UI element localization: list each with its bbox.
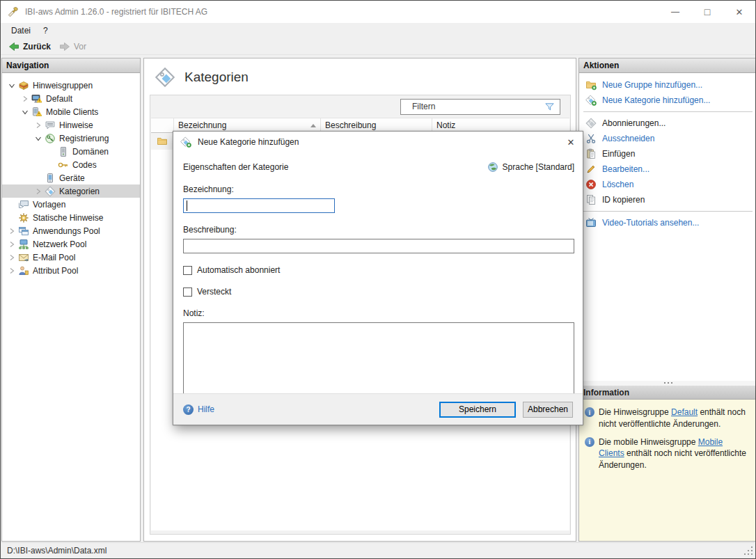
save-button[interactable]: Speichern (439, 402, 516, 418)
column-header-icon[interactable] (151, 118, 174, 132)
hidden-checkbox[interactable] (183, 288, 192, 297)
folder-add-icon (585, 79, 597, 90)
nav-item-attribut-pool[interactable]: Attribut Pool (2, 264, 140, 277)
dialog-body: Eigenschaften der Kategorie Sprache [Sta… (173, 152, 583, 393)
nav-item-domaenen[interactable]: Domänen (2, 145, 140, 158)
dialog-title-bar: Neue Kategorie hinzufügen ✕ (173, 132, 583, 152)
title-bar: IBI-aws Admin 1.26.0 - registriert für I… (1, 1, 755, 23)
nav-item-mobile-clients[interactable]: Mobile Clients (2, 105, 140, 118)
server-icon (58, 146, 69, 157)
language-button[interactable]: Sprache [Standard] (487, 162, 574, 173)
tag-add-icon (585, 95, 597, 106)
pencil-icon (585, 164, 597, 175)
nav-item-geraete[interactable]: Geräte (2, 171, 140, 184)
menu-help[interactable]: ? (37, 24, 54, 37)
navigation-panel: Navigation Hinweisgruppen Default Mobile… (1, 58, 141, 542)
separator (583, 111, 753, 112)
nav-item-vorlagen[interactable]: Vorlagen (2, 198, 140, 211)
chevron-expanded-icon[interactable] (32, 133, 45, 144)
column-header-bezeichnung[interactable]: Bezeichnung (174, 118, 321, 132)
help-icon: ? (183, 404, 194, 415)
auto-subscribed-checkbox[interactable] (183, 266, 192, 275)
folder-icon (157, 136, 168, 147)
action-loeschen[interactable]: Löschen (579, 177, 755, 192)
nav-item-statische-hinweise[interactable]: Statische Hinweise (2, 211, 140, 224)
chevron-collapsed-icon[interactable] (32, 120, 45, 131)
nav-item-anwendungs-pool[interactable]: Anwendungs Pool (2, 224, 140, 237)
person-attribute-icon (18, 265, 29, 276)
nav-item-kategorien[interactable]: Kategorien (2, 184, 140, 198)
action-neue-kategorie[interactable]: Neue Kategorie hinzufügen... (579, 93, 755, 108)
copy-pages-icon (585, 194, 597, 205)
splitter-dots-icon (668, 382, 669, 384)
resize-grip-icon[interactable] (743, 546, 753, 555)
nav-item-default[interactable]: Default (2, 92, 140, 105)
column-header-notiz[interactable]: Notiz (432, 118, 569, 132)
maximize-button[interactable]: □ (691, 1, 723, 23)
nav-item-codes[interactable]: Codes (2, 158, 140, 171)
scissors-icon (585, 133, 597, 144)
help-link[interactable]: ? Hilfe (183, 404, 214, 415)
info-item-default: i Die Hinweisgruppe Default enthält noch… (585, 407, 750, 430)
forward-button[interactable]: Vor (55, 40, 90, 53)
action-id-kopieren[interactable]: ID kopieren (579, 192, 755, 207)
bezeichnung-label: Bezeichnung: (183, 184, 574, 194)
tag-icon (45, 186, 56, 197)
action-abonnierungen[interactable]: Abonnierungen... (579, 116, 755, 131)
column-header-beschreibung[interactable]: Beschreibung (321, 118, 432, 132)
chevron-collapsed-icon[interactable] (6, 265, 18, 276)
chevron-expanded-icon[interactable] (6, 80, 18, 91)
information-list: i Die Hinweisgruppe Default enthält noch… (579, 400, 755, 541)
back-button[interactable]: Zurück (4, 40, 55, 53)
minimize-button[interactable]: — (659, 1, 691, 23)
cancel-button[interactable]: Abbrechen (523, 402, 573, 418)
chevron-expanded-icon[interactable] (19, 107, 31, 118)
action-bearbeiten[interactable]: Bearbeiten... (579, 162, 755, 177)
key-icon (58, 159, 69, 171)
panel-splitter[interactable] (579, 381, 755, 386)
close-button[interactable]: ✕ (723, 1, 755, 23)
app-icon (7, 6, 19, 18)
link-default[interactable]: Default (671, 407, 698, 417)
text-caret (187, 200, 187, 211)
filter-input[interactable] (401, 100, 544, 113)
notice-groups-box-icon (18, 80, 29, 91)
nav-item-registrierung[interactable]: Registrierung (2, 132, 140, 145)
nav-item-hinweisgruppen[interactable]: Hinweisgruppen (2, 79, 140, 92)
monitor-warning-icon (31, 93, 42, 104)
dialog-footer: ? Hilfe Speichern Abbrechen (173, 393, 583, 425)
globe-icon (487, 162, 498, 173)
window-title: IBI-aws Admin 1.26.0 - registriert für I… (25, 7, 207, 17)
chevron-collapsed-icon[interactable] (6, 239, 18, 250)
dialog-close-button[interactable]: ✕ (559, 132, 583, 152)
nav-item-netzwerk-pool[interactable]: Netzwerk Pool (2, 237, 140, 251)
status-bar: D:\IBI-aws\Admin\Data.xml (1, 542, 755, 558)
beschreibung-input[interactable] (183, 239, 574, 253)
chevron-collapsed-icon[interactable] (19, 93, 31, 104)
data-file-path: D:\IBI-aws\Admin\Data.xml (7, 546, 107, 556)
speech-bubble-icon (45, 120, 56, 131)
navigation-tree: Hinweisgruppen Default Mobile Clients Hi… (2, 73, 140, 277)
hidden-label: Versteckt (197, 287, 231, 297)
filter-toolbar (150, 95, 570, 118)
row-icon-cell (151, 133, 174, 150)
menu-datei[interactable]: Datei (5, 24, 37, 37)
action-ausschneiden[interactable]: Ausschneiden (579, 131, 755, 146)
information-header: Information (579, 386, 755, 400)
nav-item-hinweise[interactable]: Hinweise (2, 118, 140, 132)
nav-item-email-pool[interactable]: E-Mail Pool (2, 251, 140, 264)
beschreibung-label: Beschreibung: (183, 225, 574, 235)
chevron-collapsed-icon[interactable] (6, 252, 18, 263)
nav-toolbar: Zurück Vor (1, 38, 755, 55)
mobile-device-icon (45, 173, 56, 184)
filter-funnel-icon[interactable] (544, 102, 555, 112)
action-einfuegen[interactable]: Einfügen (579, 146, 755, 162)
chevron-collapsed-icon[interactable] (32, 186, 45, 197)
info-icon: i (585, 407, 594, 417)
action-neue-gruppe[interactable]: Neue Gruppe hinzufügen... (579, 77, 755, 93)
action-video-tutorials[interactable]: Video-Tutorials ansehen... (579, 215, 755, 230)
back-arrow-icon (8, 42, 19, 52)
bezeichnung-input[interactable] (183, 198, 335, 213)
menu-bar: Datei ? (1, 23, 755, 38)
chevron-collapsed-icon[interactable] (6, 226, 18, 237)
